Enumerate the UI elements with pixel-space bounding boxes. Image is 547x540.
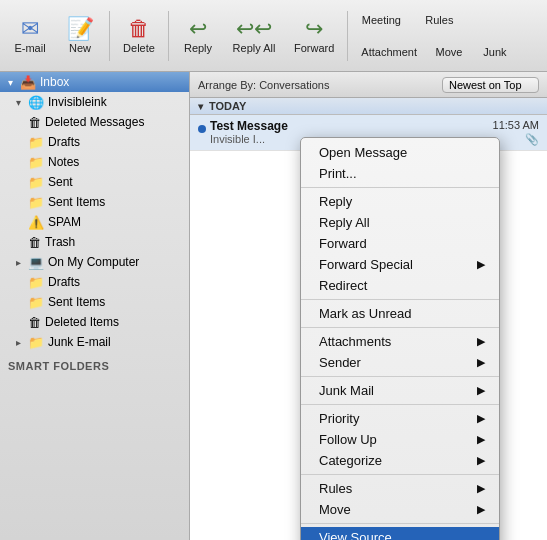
- new-label: New: [69, 42, 91, 54]
- sidebar-item-junk-email[interactable]: ▸ 📁 Junk E-mail: [0, 332, 189, 352]
- separator-c: [301, 327, 499, 328]
- junk-email-icon: 📁: [28, 335, 44, 350]
- reply-all-icon: ↩↩: [236, 18, 272, 40]
- account-expand-arrow: ▾: [16, 97, 28, 108]
- new-icon: 📝: [67, 18, 94, 40]
- junk-label: Junk: [483, 46, 506, 58]
- separator-1: [109, 11, 110, 61]
- inbox-label: Inbox: [40, 75, 69, 89]
- menu-item-view-source[interactable]: View Source: [301, 527, 499, 540]
- context-menu: Open Message Print... Reply Reply All Fo…: [300, 137, 500, 540]
- forward-icon: ↪: [305, 18, 323, 40]
- computer-icon: 💻: [28, 255, 44, 270]
- message-subject: Test Message: [210, 119, 493, 133]
- separator-3: [347, 11, 348, 61]
- sidebar-item-deleted-items[interactable]: 🗑 Deleted Items: [0, 312, 189, 332]
- sidebar-item-account[interactable]: ▾ 🌐 Invisibleink: [0, 92, 189, 112]
- meeting-button[interactable]: Meeting: [353, 6, 409, 34]
- separator-e: [301, 404, 499, 405]
- forward-label: Forward: [294, 42, 334, 54]
- inbox-icon: 📥: [20, 75, 36, 90]
- content-area: Arrange By: Conversations Newest on Top …: [190, 72, 547, 540]
- top-row: Meeting Rules: [353, 6, 517, 34]
- sent-items-icon: 📁: [28, 195, 44, 210]
- meeting-label: Meeting: [362, 14, 401, 26]
- sidebar-item-sent[interactable]: 📁 Sent: [0, 172, 189, 192]
- sender-arrow: ▶: [477, 356, 485, 369]
- account-label: Invisibleink: [48, 95, 107, 109]
- delete-icon: 🗑: [128, 18, 150, 40]
- menu-item-attachments[interactable]: Attachments ▶: [301, 331, 499, 352]
- menu-item-categorize[interactable]: Categorize ▶: [301, 450, 499, 471]
- menu-item-rules[interactable]: Rules ▶: [301, 478, 499, 499]
- bottom-row: Attachment Move Junk: [353, 38, 517, 66]
- trash-icon: 🗑: [28, 235, 41, 250]
- sort-select[interactable]: Newest on Top: [442, 77, 539, 93]
- drafts-icon: 📁: [28, 135, 44, 150]
- rules-button[interactable]: Rules: [411, 6, 467, 34]
- menu-item-priority[interactable]: Priority ▶: [301, 408, 499, 429]
- reply-button[interactable]: ↩ Reply: [174, 6, 222, 66]
- toolbar: ✉ E-mail 📝 New 🗑 Delete ↩ Reply ↩↩ Reply…: [0, 0, 547, 72]
- deleted-messages-icon: 🗑: [28, 115, 41, 130]
- computer-expand-arrow: ▸: [16, 257, 28, 268]
- message-time: 11:53 AM: [493, 119, 539, 131]
- smart-folders-header: SMART FOLDERS: [0, 356, 189, 374]
- menu-item-move[interactable]: Move ▶: [301, 499, 499, 520]
- email-button[interactable]: ✉ E-mail: [6, 6, 54, 66]
- menu-item-print[interactable]: Print...: [301, 163, 499, 184]
- reply-label: Reply: [184, 42, 212, 54]
- unread-dot: [198, 122, 206, 136]
- follow-up-arrow: ▶: [477, 433, 485, 446]
- sent-items2-icon: 📁: [28, 295, 44, 310]
- arrange-bar: Arrange By: Conversations Newest on Top: [190, 72, 547, 98]
- menu-item-reply[interactable]: Reply: [301, 191, 499, 212]
- separator-f: [301, 474, 499, 475]
- message-attach-icon: 📎: [525, 133, 539, 146]
- menu-item-mark-unread[interactable]: Mark as Unread: [301, 303, 499, 324]
- junk-mail-arrow: ▶: [477, 384, 485, 397]
- attachment-label: Attachment: [361, 46, 417, 58]
- deleted-items-icon: 🗑: [28, 315, 41, 330]
- menu-item-forward-special[interactable]: Forward Special ▶: [301, 254, 499, 275]
- separator-a: [301, 187, 499, 188]
- move-button[interactable]: Move: [427, 38, 471, 66]
- sidebar-item-drafts-2[interactable]: 📁 Drafts: [0, 272, 189, 292]
- sidebar-item-drafts[interactable]: 📁 Drafts: [0, 132, 189, 152]
- sidebar-item-notes[interactable]: 📁 Notes: [0, 152, 189, 172]
- separator-b: [301, 299, 499, 300]
- menu-item-forward[interactable]: Forward: [301, 233, 499, 254]
- sidebar-item-inbox[interactable]: ▾ 📥 Inbox: [0, 72, 189, 92]
- move-arrow: ▶: [477, 503, 485, 516]
- email-icon: ✉: [21, 18, 39, 40]
- categorize-arrow: ▶: [477, 454, 485, 467]
- junk-button[interactable]: Junk: [473, 38, 517, 66]
- inbox-expand-arrow: ▾: [8, 77, 20, 88]
- sidebar-item-sent-items[interactable]: 📁 Sent Items: [0, 192, 189, 212]
- sidebar-item-sent-items-2[interactable]: 📁 Sent Items: [0, 292, 189, 312]
- menu-item-reply-all[interactable]: Reply All: [301, 212, 499, 233]
- rules-arrow: ▶: [477, 482, 485, 495]
- toolbar-right-group: Meeting Rules Attachment Move Junk: [353, 6, 517, 66]
- menu-item-open-message[interactable]: Open Message: [301, 142, 499, 163]
- new-button[interactable]: 📝 New: [56, 6, 104, 66]
- delete-button[interactable]: 🗑 Delete: [115, 6, 163, 66]
- menu-item-junk-mail[interactable]: Junk Mail ▶: [301, 380, 499, 401]
- menu-item-follow-up[interactable]: Follow Up ▶: [301, 429, 499, 450]
- attachment-button[interactable]: Attachment: [353, 38, 425, 66]
- sidebar-item-spam[interactable]: ⚠️ SPAM: [0, 212, 189, 232]
- separator-g: [301, 523, 499, 524]
- sidebar-item-trash[interactable]: 🗑 Trash: [0, 232, 189, 252]
- delete-label: Delete: [123, 42, 155, 54]
- sidebar-item-on-my-computer[interactable]: ▸ 💻 On My Computer: [0, 252, 189, 272]
- reply-all-label: Reply All: [233, 42, 276, 54]
- menu-item-sender[interactable]: Sender ▶: [301, 352, 499, 373]
- junk-expand-arrow: ▸: [16, 337, 28, 348]
- priority-arrow: ▶: [477, 412, 485, 425]
- arrange-label: Arrange By: Conversations: [198, 79, 329, 91]
- menu-item-redirect[interactable]: Redirect: [301, 275, 499, 296]
- sidebar-item-deleted-messages[interactable]: 🗑 Deleted Messages: [0, 112, 189, 132]
- reply-all-button[interactable]: ↩↩ Reply All: [224, 6, 284, 66]
- sidebar: ▾ 📥 Inbox ▾ 🌐 Invisibleink 🗑 Deleted Mes…: [0, 72, 190, 540]
- forward-button[interactable]: ↪ Forward: [286, 6, 342, 66]
